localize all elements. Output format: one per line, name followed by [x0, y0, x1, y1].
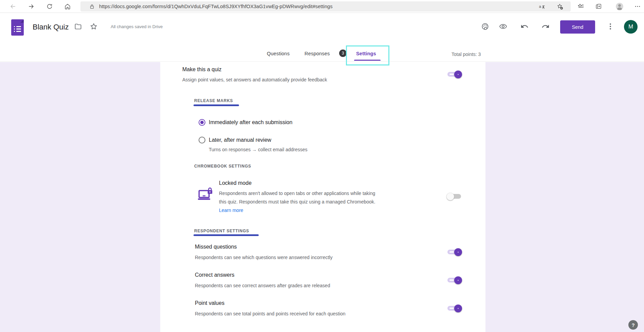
- radio-immediately-label[interactable]: Immediately after each submission: [209, 119, 292, 125]
- forms-logo-icon[interactable]: [11, 19, 24, 36]
- account-avatar[interactable]: M: [624, 20, 638, 34]
- settings-panel: Make this a quiz Assign point values, se…: [160, 62, 485, 332]
- responses-count-badge[interactable]: 3: [339, 50, 347, 57]
- logo-line: [14, 28, 15, 30]
- profile-icon[interactable]: [615, 2, 624, 11]
- tab-settings[interactable]: Settings: [356, 51, 376, 56]
- home-icon[interactable]: [64, 3, 71, 10]
- help-button[interactable]: ?: [628, 320, 638, 330]
- palette-icon[interactable]: [481, 22, 489, 31]
- chromebook-settings-heading: CHROMEBOOK SETTINGS: [194, 164, 251, 169]
- logo-line: [14, 31, 15, 32]
- more-vertical-icon[interactable]: [607, 22, 613, 31]
- toggle-knob: [454, 305, 462, 312]
- url-text[interactable]: https://docs.google.com/forms/d/1QwhDxVd…: [99, 4, 333, 9]
- locked-mode-description-text: Respondents aren't allowed to open tabs …: [219, 191, 375, 204]
- settings-page: Make this a quiz Assign point values, se…: [0, 62, 644, 332]
- toggle-knob: [454, 71, 462, 78]
- refresh-icon[interactable]: [46, 3, 53, 10]
- laptop-lock-icon: [198, 188, 214, 201]
- back-icon[interactable]: [10, 3, 16, 10]
- correct-answers-title: Correct answers: [195, 272, 234, 278]
- preview-eye-icon[interactable]: [499, 22, 507, 31]
- point-values-description: Respondents can see total points and poi…: [195, 311, 346, 316]
- forms-header: Blank Quiz All changes saved in Drive Se…: [0, 13, 644, 62]
- total-points-text: Total points: 3: [452, 52, 481, 57]
- tab-responses[interactable]: Responses: [305, 51, 330, 56]
- point-values-title: Point values: [195, 300, 224, 306]
- logo-line: [14, 26, 15, 27]
- folder-icon[interactable]: [74, 22, 82, 31]
- make-quiz-title: Make this a quiz: [182, 66, 222, 73]
- redo-icon[interactable]: [541, 22, 550, 31]
- toggle-knob: [454, 276, 462, 284]
- radio-later-label[interactable]: Later, after manual review: [209, 137, 271, 143]
- radio-later[interactable]: [199, 137, 205, 143]
- make-quiz-toggle[interactable]: [447, 72, 461, 77]
- learn-more-link[interactable]: Learn more: [219, 208, 243, 213]
- toggle-knob: [446, 193, 454, 200]
- undo-icon[interactable]: [520, 22, 529, 31]
- save-status-text: All changes saved in Drive: [111, 24, 163, 29]
- release-marks-heading: RELEASE MARKS: [194, 98, 233, 103]
- toggle-knob: [454, 248, 462, 256]
- locked-mode-title: Locked mode: [219, 180, 252, 186]
- send-button[interactable]: Send: [560, 20, 595, 34]
- active-tab-indicator: [354, 60, 381, 61]
- tab-questions[interactable]: Questions: [267, 51, 290, 56]
- address-bar[interactable]: https://docs.google.com/forms/d/1QwhDxVd…: [80, 1, 571, 12]
- radio-later-sublabel: Turns on responses → collect email addre…: [209, 147, 308, 152]
- missed-questions-title: Missed questions: [195, 244, 237, 250]
- browser-toolbar: https://docs.google.com/forms/d/1QwhDxVd…: [0, 0, 644, 13]
- release-marks-underline: [194, 104, 239, 106]
- add-favorite-icon[interactable]: [557, 3, 563, 10]
- document-title[interactable]: Blank Quiz: [33, 23, 69, 32]
- respondent-settings-heading: RESPONDENT SETTINGS: [194, 229, 249, 233]
- favorites-icon[interactable]: [577, 3, 584, 10]
- point-values-toggle[interactable]: [447, 306, 461, 311]
- more-icon[interactable]: [634, 3, 641, 10]
- respondent-settings-underline: [194, 234, 259, 236]
- locked-mode-toggle[interactable]: [447, 194, 461, 199]
- missed-questions-toggle[interactable]: [447, 250, 461, 254]
- forward-icon[interactable]: [28, 3, 35, 10]
- correct-answers-toggle[interactable]: [447, 278, 461, 282]
- lock-icon[interactable]: [89, 3, 95, 9]
- radio-immediately[interactable]: [199, 119, 205, 126]
- logo-line: [16, 26, 21, 27]
- correct-answers-description: Respondents can see correct answers afte…: [195, 283, 330, 288]
- collections-icon[interactable]: [595, 3, 602, 10]
- logo-line: [16, 28, 21, 30]
- locked-mode-description: Respondents aren't allowed to open tabs …: [219, 189, 376, 215]
- translate-icon[interactable]: a: [539, 3, 545, 10]
- svg-text:a: a: [539, 4, 541, 8]
- make-quiz-description: Assign point values, set answers and aut…: [182, 77, 327, 82]
- star-icon[interactable]: [90, 22, 98, 31]
- logo-line: [16, 31, 21, 32]
- missed-questions-description: Respondents can see which questions were…: [195, 255, 332, 260]
- logo-fold: [20, 19, 24, 23]
